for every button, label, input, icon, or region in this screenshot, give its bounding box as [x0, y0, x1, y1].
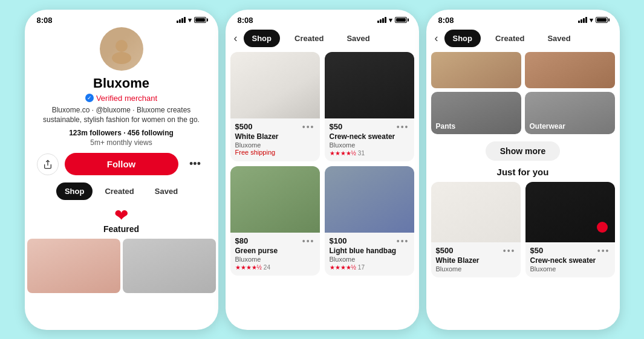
share-button[interactable]	[37, 153, 59, 175]
jfy-price-sweater: $50	[530, 246, 544, 255]
time-2: 8:08	[238, 16, 253, 25]
more-menu-purse[interactable]: •••	[302, 236, 315, 246]
jfy-seller-sweater: Bluxome	[530, 265, 610, 273]
verified-label: Verified merchant	[96, 94, 157, 103]
shop-scroll-3: Pants Outerwear Show more Just for you $…	[426, 52, 620, 330]
name-sweater: Crew-neck sweater	[330, 132, 409, 141]
more-menu-handbag[interactable]: •••	[397, 236, 409, 246]
svg-point-1	[112, 52, 131, 64]
jfy-name-sweater: Crew-neck sweater	[530, 256, 610, 265]
status-icons-1: ▾	[177, 16, 206, 24]
stars-sweater: ★★★★½	[330, 150, 356, 157]
featured-heart-icon: ❤	[114, 207, 128, 224]
saved-tab-2[interactable]: Saved	[338, 30, 378, 47]
jfy-img-blazer	[431, 182, 521, 242]
shop-tab-2[interactable]: Shop	[244, 30, 281, 47]
featured-grid	[25, 239, 218, 329]
product-info-purse: $80 ••• Green purse Bluxome ★★★★½ 24	[230, 233, 320, 276]
jfy-price-blazer: $500	[436, 246, 454, 255]
signal-icon-3	[578, 17, 587, 23]
name-blazer: White Blazer	[235, 132, 315, 141]
shoes-img	[431, 52, 521, 88]
loafer-img	[525, 52, 615, 88]
created-tab-2[interactable]: Created	[286, 30, 332, 47]
nav-bar-2: ‹ Shop Created Saved	[226, 27, 419, 52]
action-row: Follow •••	[25, 153, 218, 175]
jfy-header-sweater: $50 •••	[530, 246, 610, 256]
avatar	[100, 27, 143, 71]
time-3: 8:08	[438, 16, 454, 25]
verified-row: ✓ Verified merchant	[85, 94, 157, 103]
jfy-name-blazer: White Blazer	[436, 256, 516, 265]
category-grid: Pants Outerwear	[426, 92, 620, 139]
name-handbag: Light blue handbag	[330, 247, 409, 255]
status-bar-2: 8:08 ▾	[226, 10, 419, 27]
rating-sweater: ★★★★½ 31	[330, 150, 409, 157]
product-header-purse: $80 •••	[235, 236, 315, 246]
product-card-sweater[interactable]: $50 ••• Crew-neck sweater Bluxome ★★★★½ …	[325, 52, 414, 161]
product-img-handbag	[325, 166, 414, 233]
profile-name: Bluxome	[93, 76, 149, 91]
jfy-card-blazer[interactable]: $500 ••• White Blazer Bluxome	[431, 182, 521, 277]
jfy-info-blazer: $500 ••• White Blazer Bluxome	[431, 242, 521, 277]
cat-pants[interactable]: Pants	[431, 92, 521, 134]
phone-screen-3: 8:08 ▾ ‹ Shop Created Saved	[426, 10, 620, 330]
back-button-3[interactable]: ‹	[435, 32, 438, 45]
created-tab-3[interactable]: Created	[487, 30, 533, 47]
product-header-blazer: $500 •••	[235, 122, 315, 132]
shop-tab-3[interactable]: Shop	[444, 30, 481, 47]
count-sweater: 31	[358, 150, 365, 157]
jfy-info-sweater: $50 ••• Crew-neck sweater Bluxome	[525, 242, 615, 277]
status-icons-3: ▾	[578, 16, 608, 24]
product-card-purse[interactable]: $80 ••• Green purse Bluxome ★★★★½ 24	[230, 166, 320, 276]
product-card-handbag[interactable]: $100 ••• Light blue handbag Bluxome ★★★★…	[325, 166, 414, 276]
more-button[interactable]: •••	[184, 153, 206, 175]
follow-button[interactable]: Follow	[65, 153, 178, 175]
price-blazer: $500	[235, 122, 253, 131]
product-header-handbag: $100 •••	[330, 236, 409, 246]
status-bar-3: 8:08 ▾	[426, 10, 620, 27]
red-dot-icon	[597, 222, 608, 233]
jfy-card-sweater[interactable]: $50 ••• Crew-neck sweater Bluxome	[525, 182, 615, 277]
product-info-handbag: $100 ••• Light blue handbag Bluxome ★★★★…	[325, 233, 414, 276]
profile-screen: Bluxome ✓ Verified merchant Bluxome.co ·…	[25, 27, 218, 330]
jfy-header-blazer: $500 •••	[436, 246, 516, 256]
price-handbag: $100	[330, 236, 347, 245]
phone-screen-1: 8:08 ▾ Bluxome ✓ Verified merchant Bluxo…	[25, 10, 218, 330]
wifi-icon-2: ▾	[389, 16, 392, 24]
jfy-more-sweater[interactable]: •••	[597, 246, 610, 256]
tab-created[interactable]: Created	[96, 182, 142, 200]
saved-tab-3[interactable]: Saved	[539, 30, 579, 47]
more-menu-sweater[interactable]: •••	[397, 122, 409, 132]
product-img-purse	[230, 166, 320, 233]
count-handbag: 17	[358, 264, 365, 271]
phone-screen-2: 8:08 ▾ ‹ Shop Created Saved $5	[226, 10, 419, 330]
jfy-more-blazer[interactable]: •••	[503, 246, 516, 256]
product-card-blazer[interactable]: $500 ••• White Blazer Bluxome Free shipp…	[230, 52, 320, 161]
product-img-blazer	[230, 52, 320, 118]
product-info-sweater: $50 ••• Crew-neck sweater Bluxome ★★★★½ …	[325, 118, 414, 161]
back-button-2[interactable]: ‹	[234, 32, 238, 45]
battery-icon	[194, 17, 206, 23]
product-info-blazer: $500 ••• White Blazer Bluxome Free shipp…	[230, 118, 320, 161]
tab-shop[interactable]: Shop	[56, 182, 93, 200]
stars-handbag: ★★★★½	[330, 264, 356, 271]
wifi-icon: ▾	[188, 16, 192, 24]
seller-sweater: Bluxome	[330, 141, 409, 149]
shop-scroll: $500 ••• White Blazer Bluxome Free shipp…	[226, 52, 419, 330]
just-for-you-label: Just for you	[426, 167, 620, 177]
verified-icon: ✓	[85, 94, 94, 102]
signal-icon	[177, 17, 186, 23]
jfy-grid: $500 ••• White Blazer Bluxome $50	[426, 182, 620, 277]
show-more-button[interactable]: Show more	[486, 141, 560, 161]
cat-outerwear[interactable]: Outerwear	[525, 92, 615, 134]
tab-saved[interactable]: Saved	[146, 182, 186, 200]
battery-icon-2	[395, 17, 407, 23]
grid-item-2	[123, 239, 216, 293]
rating-handbag: ★★★★½ 17	[330, 264, 409, 271]
status-icons-2: ▾	[377, 16, 407, 24]
status-bar-1: 8:08 ▾	[25, 10, 218, 27]
signal-icon-2	[377, 17, 386, 23]
more-menu-blazer[interactable]: •••	[302, 122, 315, 132]
product-header-sweater: $50 •••	[330, 122, 409, 132]
